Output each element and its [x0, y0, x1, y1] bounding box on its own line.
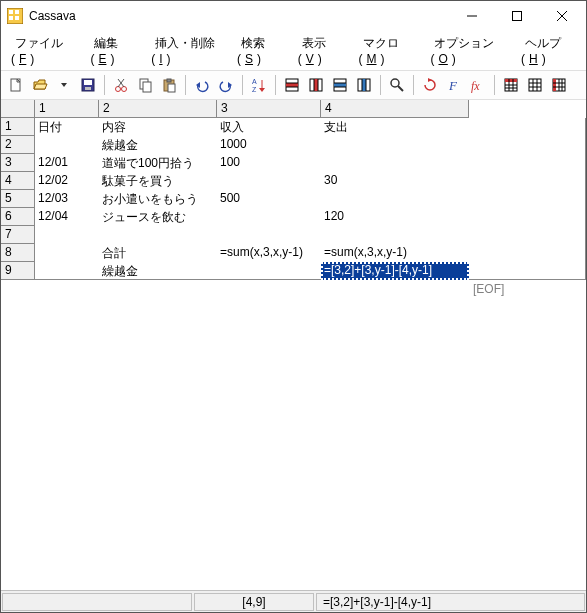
insert-col-icon[interactable]	[305, 74, 327, 96]
menu-help[interactable]: ヘルプ(H)	[517, 33, 580, 68]
menu-option[interactable]: オプション(O)	[426, 33, 509, 68]
row-header[interactable]: 6	[1, 208, 35, 226]
refresh-icon[interactable]	[419, 74, 441, 96]
cell[interactable]: 1000	[217, 136, 321, 154]
svg-rect-3	[15, 10, 19, 14]
cell[interactable]	[321, 226, 469, 244]
row-header[interactable]: 5	[1, 190, 35, 208]
maximize-button[interactable]	[494, 2, 539, 30]
cell[interactable]: 12/04	[35, 208, 99, 226]
menu-search[interactable]: 検索(S)	[233, 33, 286, 68]
row-header[interactable]: 8	[1, 244, 35, 262]
cell[interactable]	[99, 226, 217, 244]
svg-text:Z: Z	[252, 86, 257, 93]
cell[interactable]: 12/02	[35, 172, 99, 190]
save-icon[interactable]	[77, 74, 99, 96]
menu-file[interactable]: ファイル(F)	[7, 33, 78, 68]
row-header[interactable]: 2	[1, 136, 35, 154]
close-button[interactable]	[539, 2, 584, 30]
separator	[242, 75, 243, 95]
row-header[interactable]: 3	[1, 154, 35, 172]
svg-line-46	[398, 86, 403, 91]
paste-icon[interactable]	[158, 74, 180, 96]
cell[interactable]: 120	[321, 208, 469, 226]
redo-icon[interactable]	[215, 74, 237, 96]
cell[interactable]: 内容	[99, 118, 217, 136]
menu-view[interactable]: 表示(V)	[294, 33, 347, 68]
cell[interactable]: 合計	[99, 244, 217, 262]
cell[interactable]: 500	[217, 190, 321, 208]
svg-rect-6	[512, 12, 521, 21]
menubar: ファイル(F) 編集(E) 挿入・削除(I) 検索(S) 表示(V) マクロ(M…	[1, 31, 586, 70]
cell[interactable]: 収入	[217, 118, 321, 136]
delete-row-icon[interactable]	[329, 74, 351, 96]
function-icon[interactable]: fx	[467, 74, 489, 96]
cell[interactable]: 繰越金	[99, 136, 217, 154]
cell[interactable]: 12/01	[35, 154, 99, 172]
cell[interactable]: 駄菓子を買う	[99, 172, 217, 190]
cell-selected[interactable]: =[3,2]+[3,y-1]-[4,y-1]	[321, 262, 469, 280]
cell[interactable]: 100	[217, 154, 321, 172]
col-header-1[interactable]: 1	[35, 100, 99, 118]
formula-icon[interactable]: F	[443, 74, 465, 96]
row-header[interactable]: 9	[1, 262, 35, 280]
copy-icon[interactable]	[134, 74, 156, 96]
find-icon[interactable]	[386, 74, 408, 96]
minimize-button[interactable]	[449, 2, 494, 30]
new-icon[interactable]	[5, 74, 27, 96]
undo-icon[interactable]	[191, 74, 213, 96]
svg-point-14	[116, 87, 121, 92]
col-header-2[interactable]: 2	[99, 100, 217, 118]
cell[interactable]	[35, 136, 99, 154]
cell[interactable]: =sum(x,3,x,y-1)	[321, 244, 469, 262]
svg-rect-56	[529, 79, 541, 91]
cell[interactable]: 日付	[35, 118, 99, 136]
grid2-icon[interactable]	[524, 74, 546, 96]
sort-icon[interactable]: AZ	[248, 74, 270, 96]
cell[interactable]: 道端で100円拾う	[99, 154, 217, 172]
cells-area[interactable]: 日付内容収入支出 繰越金1000 12/01道端で100円拾う100 12/02…	[35, 118, 586, 280]
svg-rect-34	[314, 79, 318, 91]
cell[interactable]	[35, 226, 99, 244]
cell[interactable]: =sum(x,3,x,y-1)	[217, 244, 321, 262]
cell[interactable]	[321, 190, 469, 208]
svg-rect-51	[505, 79, 517, 82]
cell[interactable]	[217, 172, 321, 190]
cell[interactable]: お小遣いをもらう	[99, 190, 217, 208]
menu-macro[interactable]: マクロ(M)	[355, 33, 419, 68]
cell[interactable]: 支出	[321, 118, 469, 136]
svg-text:F: F	[448, 78, 458, 93]
status-empty	[2, 593, 192, 611]
row-header[interactable]: 7	[1, 226, 35, 244]
open-dropdown-icon[interactable]	[53, 74, 75, 96]
open-icon[interactable]	[29, 74, 51, 96]
menu-edit[interactable]: 編集(E)	[86, 33, 139, 68]
app-icon	[7, 8, 23, 24]
cell[interactable]	[217, 262, 321, 280]
cell[interactable]	[217, 208, 321, 226]
row-header[interactable]: 4	[1, 172, 35, 190]
cell[interactable]: ジュースを飲む	[99, 208, 217, 226]
svg-rect-42	[362, 79, 366, 91]
cell[interactable]: 繰越金	[99, 262, 217, 280]
menu-insdel[interactable]: 挿入・削除(I)	[147, 33, 225, 68]
svg-rect-4	[15, 16, 19, 20]
svg-rect-62	[553, 79, 556, 91]
insert-row-icon[interactable]	[281, 74, 303, 96]
cell[interactable]	[217, 226, 321, 244]
cell[interactable]	[321, 136, 469, 154]
cell[interactable]: 30	[321, 172, 469, 190]
cell[interactable]: 12/03	[35, 190, 99, 208]
grid-corner[interactable]	[1, 100, 35, 118]
cell[interactable]	[35, 244, 99, 262]
cut-icon[interactable]	[110, 74, 132, 96]
cell[interactable]	[321, 154, 469, 172]
col-header-3[interactable]: 3	[217, 100, 321, 118]
cell[interactable]	[35, 262, 99, 280]
row-header[interactable]: 1	[1, 118, 35, 136]
svg-rect-19	[143, 82, 151, 92]
delete-col-icon[interactable]	[353, 74, 375, 96]
grid3-icon[interactable]	[548, 74, 570, 96]
grid1-icon[interactable]	[500, 74, 522, 96]
col-header-4[interactable]: 4	[321, 100, 469, 118]
